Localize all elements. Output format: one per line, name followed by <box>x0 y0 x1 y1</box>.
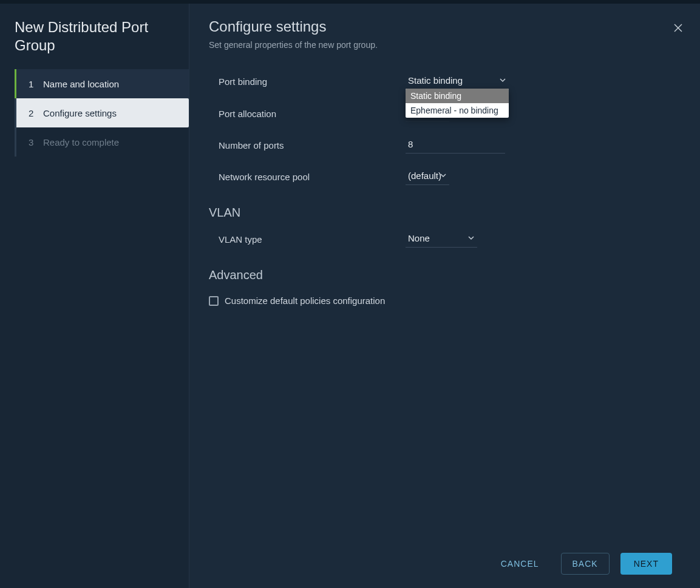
back-button[interactable]: BACK <box>561 553 610 575</box>
step-label: Ready to complete <box>43 137 119 147</box>
row-customize-checkbox: Customize default policies configuration <box>209 286 676 306</box>
label-number-of-ports: Number of ports <box>209 140 406 150</box>
chevron-down-icon <box>467 234 475 242</box>
step-number: 1 <box>29 79 39 89</box>
page-title: Configure settings <box>209 18 676 35</box>
wizard-dialog: New Distributed Port Group 1 Name and lo… <box>0 4 700 588</box>
option-ephemeral-no-binding[interactable]: Ephemeral - no binding <box>406 103 509 118</box>
checkbox-customize-policies[interactable] <box>209 296 219 306</box>
select-value: (default) <box>408 171 441 181</box>
select-port-binding[interactable]: Static binding <box>406 73 509 90</box>
dropdown-port-binding: Static binding Ephemeral - no binding <box>406 89 509 118</box>
label-network-resource-pool: Network resource pool <box>209 172 406 182</box>
sidebar: New Distributed Port Group 1 Name and lo… <box>0 4 189 588</box>
select-value: None <box>408 233 430 243</box>
step-name-location[interactable]: 1 Name and location <box>16 69 189 98</box>
close-icon <box>673 23 683 33</box>
label-vlan-type: VLAN type <box>209 234 406 245</box>
select-vlan-type[interactable]: None <box>406 231 477 248</box>
form: Port binding Static binding Static bindi… <box>209 66 676 539</box>
next-button[interactable]: NEXT <box>620 553 672 575</box>
option-static-binding[interactable]: Static binding <box>406 89 509 103</box>
chevron-down-icon <box>499 76 506 84</box>
footer: CANCEL BACK NEXT <box>209 539 676 588</box>
page-subtitle: Set general properties of the new port g… <box>209 40 676 50</box>
select-network-resource-pool[interactable]: (default) <box>406 168 449 185</box>
label-port-allocation: Port allocation <box>209 109 406 119</box>
wizard-title: New Distributed Port Group <box>0 18 189 69</box>
heading-advanced: Advanced <box>209 268 676 282</box>
main-panel: Configure settings Set general propertie… <box>189 4 700 588</box>
step-label: Name and location <box>43 79 119 89</box>
row-number-of-ports: Number of ports <box>209 129 676 161</box>
steps-list: 1 Name and location 2 Configure settings… <box>15 69 189 157</box>
step-label: Configure settings <box>43 108 117 118</box>
input-number-of-ports[interactable] <box>406 137 505 154</box>
step-number: 3 <box>29 137 39 147</box>
row-vlan-type: VLAN type None <box>209 223 676 255</box>
step-number: 2 <box>29 108 39 118</box>
row-port-binding: Port binding Static binding Static bindi… <box>209 66 676 98</box>
label-port-binding: Port binding <box>209 76 406 87</box>
step-configure-settings[interactable]: 2 Configure settings <box>16 98 189 127</box>
row-network-resource-pool: Network resource pool (default) <box>209 161 676 192</box>
heading-vlan: VLAN <box>209 206 676 220</box>
chevron-down-icon <box>440 172 447 179</box>
close-button[interactable] <box>671 21 685 35</box>
select-value: Static binding <box>408 75 463 86</box>
label-customize-policies: Customize default policies configuration <box>225 296 385 306</box>
step-ready-complete[interactable]: 3 Ready to complete <box>16 127 189 157</box>
cancel-button[interactable]: CANCEL <box>490 553 550 575</box>
